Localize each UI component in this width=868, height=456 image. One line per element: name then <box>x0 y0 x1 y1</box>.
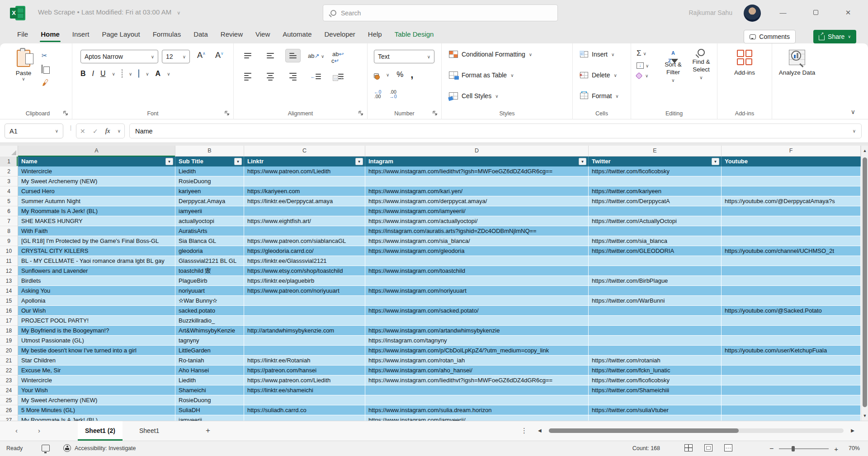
cell-A20[interactable]: My bestie doesn't know I've turned into … <box>18 346 175 356</box>
addins-button[interactable]: Add-ins <box>717 50 772 76</box>
copy-button[interactable] <box>42 65 42 73</box>
cell-B9[interactable]: Sia Blanca GL <box>175 236 244 246</box>
document-title[interactable]: Web Scrape • Last Modified: Fri at 03:00… <box>38 8 180 16</box>
cell-F4[interactable] <box>722 186 861 196</box>
cell-B19[interactable]: tagnyny <box>175 336 244 346</box>
ribbon-tab-home[interactable]: Home <box>34 26 66 43</box>
cell-D21[interactable]: https://www.instagram.com/rotan_iah <box>365 356 589 366</box>
cell-A6[interactable]: My Roommate Is A Jerk! (BL) <box>18 206 175 216</box>
cell-C9[interactable]: https://www.patreon.com/siablancaGL <box>244 236 365 246</box>
cell-E27[interactable] <box>589 415 722 421</box>
table-header-youtube[interactable]: Youtube <box>722 157 861 166</box>
cancel-entry-button[interactable]: ✕ <box>80 128 85 135</box>
filter-dropdown-linktr[interactable]: ▼ <box>355 158 363 165</box>
cell-C2[interactable]: https://www.patreon.com/Liedith <box>244 166 365 176</box>
cell-D7[interactable]: https://www.instagram.com/actuallyoctopi… <box>365 216 589 226</box>
cell-C19[interactable] <box>244 336 365 346</box>
cell-F24[interactable] <box>722 385 861 395</box>
column-header-C[interactable]: C <box>244 146 365 157</box>
row-header-11[interactable]: 11 <box>0 256 18 266</box>
percent-style-button[interactable]: % <box>396 70 403 79</box>
cell-A2[interactable]: Wintercircle <box>18 166 175 176</box>
cell-E22[interactable]: https://twitter.com/fckn_lunatic <box>589 366 722 375</box>
cell-E19[interactable] <box>589 336 722 346</box>
row-header-1[interactable]: 1 <box>0 157 18 166</box>
cell-C24[interactable]: https://linktr.ee/shameichi <box>244 385 365 395</box>
row-header-16[interactable]: 16 <box>0 306 18 316</box>
ribbon-tab-file[interactable]: File <box>11 26 34 43</box>
fill-button[interactable]: ↓∨ <box>637 62 649 69</box>
table-header-twitter[interactable]: Twitter▼ <box>589 157 722 166</box>
cell-E25[interactable] <box>589 395 722 405</box>
cell-D5[interactable]: https://www.instagram.com/derppycat.amay… <box>365 196 589 206</box>
cell-A15[interactable]: Apollonia <box>18 296 175 306</box>
cell-A18[interactable]: My Boyfriend is the Boogeyman!? <box>18 326 175 336</box>
cell-C8[interactable] <box>244 226 365 236</box>
row-header-18[interactable]: 18 <box>0 326 18 336</box>
search-input[interactable]: Search <box>323 5 558 21</box>
analyze-data-button[interactable]: Analyze Data <box>772 50 822 76</box>
sheet-options-kebab[interactable]: ⋮ <box>521 427 528 435</box>
scroll-up-arrow[interactable]: ▲ <box>861 147 868 155</box>
row-header-12[interactable]: 12 <box>0 266 18 276</box>
cell-A9[interactable]: [GL R18] I'm Protected by the Game's Fin… <box>18 236 175 246</box>
cell-C14[interactable]: https://www.patreon.com/noriyuuart <box>244 286 365 296</box>
cell-A23[interactable]: Wintercircle <box>18 375 175 385</box>
name-box-resize-handle[interactable]: ⋮ <box>68 127 74 129</box>
expand-formula-bar-button[interactable]: ∨ <box>853 128 856 133</box>
clear-button[interactable]: ∨ <box>637 73 649 78</box>
filter-dropdown-sub-title[interactable]: ▼ <box>234 158 242 165</box>
row-header-20[interactable]: 20 <box>0 346 18 356</box>
cell-B15[interactable]: ✫War Bunny✫ <box>175 296 244 306</box>
cell-C16[interactable] <box>244 306 365 316</box>
cell-C15[interactable] <box>244 296 365 306</box>
decrease-indent-button[interactable]: ← <box>308 70 323 83</box>
cut-button[interactable]: ✂ <box>42 52 47 60</box>
row-header-7[interactable]: 7 <box>0 216 18 226</box>
font-color-button[interactable]: A <box>156 70 161 78</box>
cell-F3[interactable] <box>722 176 861 186</box>
row-header-24[interactable]: 24 <box>0 385 18 395</box>
close-button[interactable]: ✕ <box>844 8 853 17</box>
column-header-A[interactable]: A <box>18 146 175 157</box>
cell-E7[interactable]: https://twitter.com/ActuallyOctopi <box>589 216 722 226</box>
cell-E2[interactable]: https://twitter.com/ficoficobsky <box>589 166 722 176</box>
cell-C10[interactable]: https://gleodoria.carrd.co/ <box>244 246 365 256</box>
comments-button[interactable]: Comments <box>744 30 796 43</box>
cell-B13[interactable]: PlagueBirb <box>175 276 244 286</box>
scroll-right-arrow[interactable]: ▶ <box>851 427 854 434</box>
vertical-scrollbar[interactable]: ▲ ▼ <box>861 146 868 421</box>
cell-D13[interactable] <box>365 276 589 286</box>
cell-F6[interactable] <box>722 206 861 216</box>
cell-F26[interactable] <box>722 405 861 415</box>
row-header-22[interactable]: 22 <box>0 366 18 375</box>
cell-D2[interactable]: https://www.instagram.com/liedithvt?igsh… <box>365 166 589 176</box>
cell-D12[interactable]: https://www.instagram.com/toastchild <box>365 266 589 276</box>
cell-D27[interactable]: https://www.instagram.com/iamyeerii/ <box>365 415 589 421</box>
cell-E23[interactable]: https://twitter.com/ficoficobsky <box>589 375 722 385</box>
cell-C22[interactable]: https://patreon.com/hansei <box>244 366 365 375</box>
cell-B21[interactable]: Ro-taniah <box>175 356 244 366</box>
cell-F18[interactable] <box>722 326 861 336</box>
cell-A8[interactable]: With Faith <box>18 226 175 236</box>
cell-D22[interactable]: https://www.instagram.com/aho_hansei/ <box>365 366 589 375</box>
align-bottom-button[interactable] <box>285 49 301 62</box>
cell-E16[interactable] <box>589 306 722 316</box>
cell-D26[interactable]: https://www.instagram.com/sulia.dream.ho… <box>365 405 589 415</box>
cell-F21[interactable] <box>722 356 861 366</box>
cell-E11[interactable] <box>589 256 722 266</box>
cell-E6[interactable] <box>589 206 722 216</box>
cell-D20[interactable]: https://www.instagram.com/p/CbDolLpKpZ4/… <box>365 346 589 356</box>
align-middle-button[interactable] <box>263 49 278 62</box>
scroll-down-arrow[interactable]: ▼ <box>861 412 868 420</box>
column-header-F[interactable]: F <box>722 146 861 157</box>
cell-D14[interactable]: https://www.instagram.com/noriyuuart <box>365 286 589 296</box>
ribbon-tab-formulas[interactable]: Formulas <box>146 26 188 43</box>
cell-D15[interactable] <box>365 296 589 306</box>
cell-A12[interactable]: Sunflowers and Lavender <box>18 266 175 276</box>
delete-cells-button[interactable]: Delete∨ <box>580 71 617 79</box>
cell-E18[interactable] <box>589 326 722 336</box>
font-dialog-launcher[interactable] <box>224 110 230 116</box>
normal-view-button[interactable] <box>684 444 693 451</box>
orientation-button[interactable]: ab↗ ∨ <box>308 52 324 59</box>
